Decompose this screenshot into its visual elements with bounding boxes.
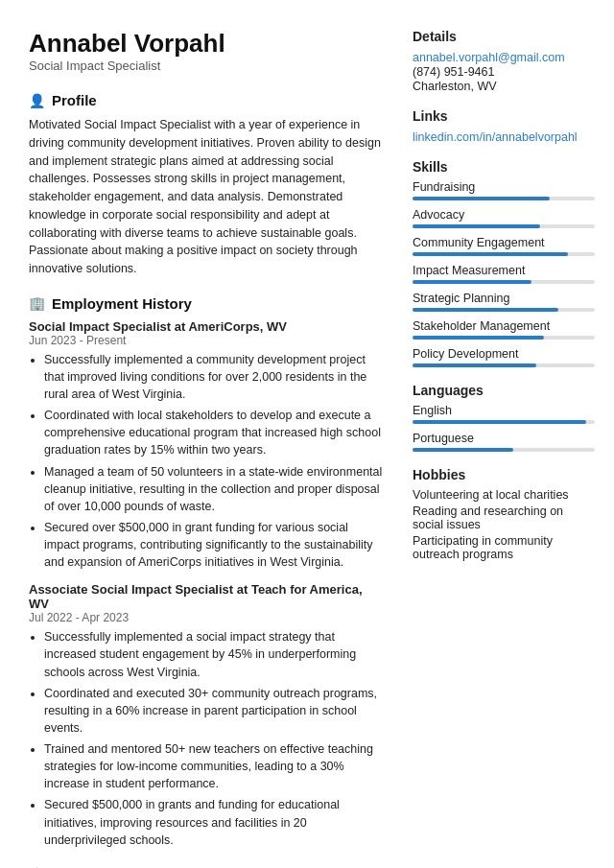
skill-bar-fill <box>413 224 540 228</box>
language-item: Portuguese <box>413 432 595 452</box>
language-bar-bg <box>413 448 595 452</box>
language-label: Portuguese <box>413 432 595 445</box>
header: Annabel Vorpahl Social Impact Specialist <box>29 29 384 73</box>
details-heading: Details <box>413 29 595 44</box>
right-column: Details annabel.vorpahl@gmail.com (874) … <box>413 29 595 868</box>
skill-item: Policy Development <box>413 347 595 367</box>
skill-bar-fill <box>413 252 568 256</box>
candidate-title: Social Impact Specialist <box>29 59 384 73</box>
skill-item: Stakeholder Management <box>413 319 595 340</box>
skill-bar-fill <box>413 308 558 312</box>
email-link[interactable]: annabel.vorpahl@gmail.com <box>413 51 565 64</box>
skill-label: Fundraising <box>413 180 595 194</box>
skill-bar-bg <box>413 252 595 256</box>
language-bar-fill <box>413 448 513 452</box>
skills-section: Skills FundraisingAdvocacyCommunity Enga… <box>413 159 595 367</box>
job-bullet: Managed a team of 50 volunteers in a sta… <box>44 463 384 515</box>
job-bullet: Successfully implemented a social impact… <box>44 628 384 680</box>
skill-item: Fundraising <box>413 180 595 200</box>
profile-icon: 👤 <box>29 93 45 108</box>
job-title: Associate Social Impact Specialist at Te… <box>29 582 384 611</box>
hobbies-heading: Hobbies <box>413 467 595 482</box>
skill-item: Impact Measurement <box>413 264 595 284</box>
language-label: English <box>413 404 595 417</box>
linkedin-link[interactable]: linkedin.com/in/annabelvorpahl <box>413 130 578 144</box>
candidate-name: Annabel Vorpahl <box>29 29 384 59</box>
skill-label: Strategic Planning <box>413 292 595 305</box>
language-bar-fill <box>413 420 586 424</box>
skill-bar-bg <box>413 224 595 228</box>
languages-heading: Languages <box>413 383 595 398</box>
details-section: Details annabel.vorpahl@gmail.com (874) … <box>413 29 595 93</box>
language-bar-bg <box>413 420 595 424</box>
skill-label: Stakeholder Management <box>413 319 595 333</box>
languages-section: Languages EnglishPortuguese <box>413 383 595 452</box>
skill-label: Impact Measurement <box>413 264 595 277</box>
profile-heading: 👤 Profile <box>29 92 384 108</box>
hobby-item: Volunteering at local charities <box>413 488 595 502</box>
skill-label: Policy Development <box>413 347 595 361</box>
job-title: Social Impact Specialist at AmeriCorps, … <box>29 319 384 334</box>
skill-bar-fill <box>413 336 544 340</box>
skills-heading: Skills <box>413 159 595 175</box>
job-bullet: Trained and mentored 50+ new teachers on… <box>44 740 384 792</box>
skill-item: Advocacy <box>413 208 595 228</box>
hobby-item: Participating in community outreach prog… <box>413 534 595 561</box>
skill-label: Community Engagement <box>413 236 595 249</box>
skill-bar-fill <box>413 197 550 200</box>
hobby-item: Reading and researching on social issues <box>413 504 595 531</box>
job-bullet: Coordinated with local stakeholders to d… <box>44 407 384 458</box>
skill-item: Community Engagement <box>413 236 595 256</box>
job-item: Associate Social Impact Specialist at Te… <box>29 582 384 849</box>
job-bullet: Successfully implemented a community dev… <box>44 351 384 403</box>
links-heading: Links <box>413 108 595 124</box>
job-bullet: Secured $500,000 in grants and funding f… <box>44 796 384 848</box>
skill-bar-fill <box>413 364 536 367</box>
employment-section: 🏢 Employment History Social Impact Speci… <box>29 295 384 849</box>
location: Charleston, WV <box>413 80 497 93</box>
job-date: Jul 2022 - Apr 2023 <box>29 611 384 624</box>
skill-bar-bg <box>413 308 595 312</box>
phone: (874) 951-9461 <box>413 65 494 79</box>
profile-section: 👤 Profile Motivated Social Impact Specia… <box>29 92 384 278</box>
skill-bar-bg <box>413 364 595 367</box>
links-section: Links linkedin.com/in/annabelvorpahl <box>413 108 595 144</box>
skill-label: Advocacy <box>413 208 595 222</box>
job-date: Jun 2023 - Present <box>29 334 384 347</box>
job-bullet: Secured over $500,000 in grant funding f… <box>44 519 384 571</box>
language-item: English <box>413 404 595 424</box>
hobbies-section: Hobbies Volunteering at local charitiesR… <box>413 467 595 561</box>
skill-bar-fill <box>413 280 531 284</box>
skill-bar-bg <box>413 197 595 200</box>
skill-bar-bg <box>413 280 595 284</box>
profile-text: Motivated Social Impact Specialist with … <box>29 116 384 278</box>
skill-item: Strategic Planning <box>413 292 595 312</box>
job-item: Social Impact Specialist at AmeriCorps, … <box>29 319 384 572</box>
employment-icon: 🏢 <box>29 295 45 311</box>
skill-bar-bg <box>413 336 595 340</box>
job-bullet: Coordinated and executed 30+ community o… <box>44 685 384 737</box>
employment-heading: 🏢 Employment History <box>29 295 384 312</box>
